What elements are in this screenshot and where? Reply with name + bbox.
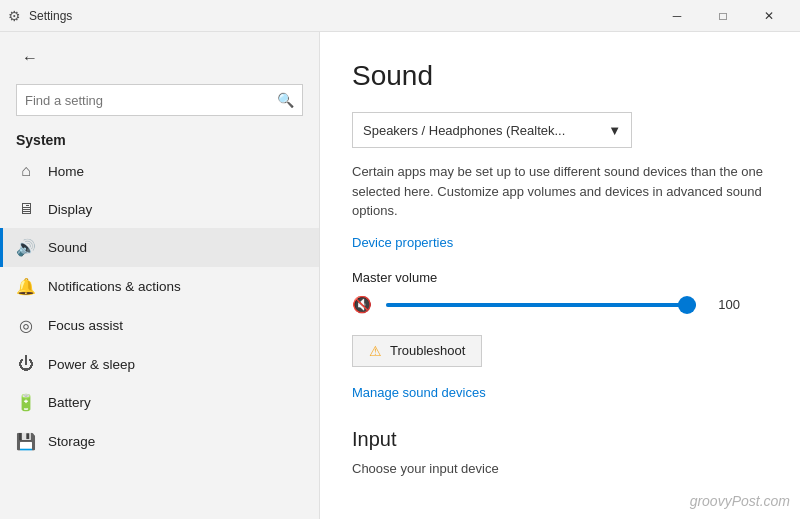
volume-slider[interactable]	[386, 295, 696, 315]
watermark: groovyPost.com	[690, 493, 790, 509]
back-button[interactable]: ←	[16, 44, 44, 72]
slider-track	[386, 303, 696, 307]
device-dropdown-label: Speakers / Headphones (Realtek...	[363, 123, 565, 138]
sidebar-item-label: Home	[48, 164, 84, 179]
battery-icon: 🔋	[16, 393, 36, 412]
description-text: Certain apps may be set up to use differ…	[352, 162, 768, 221]
slider-thumb	[678, 296, 696, 314]
title-bar: ⚙ Settings ─ □ ✕	[0, 0, 800, 32]
volume-value: 100	[708, 297, 740, 312]
maximize-button[interactable]: □	[700, 0, 746, 32]
settings-app-icon: ⚙	[8, 8, 21, 24]
page-title: Sound	[352, 60, 768, 92]
search-button[interactable]: 🔍	[277, 92, 294, 108]
sidebar-item-label: Notifications & actions	[48, 279, 181, 294]
device-dropdown[interactable]: Speakers / Headphones (Realtek... ▼	[352, 112, 632, 148]
sidebar-item-display[interactable]: 🖥 Display	[0, 190, 319, 228]
sidebar-item-focus[interactable]: ◎ Focus assist	[0, 306, 319, 345]
content-area: Sound Speakers / Headphones (Realtek... …	[320, 32, 800, 519]
troubleshoot-button[interactable]: ⚠ Troubleshoot	[352, 335, 482, 367]
window-controls: ─ □ ✕	[654, 0, 792, 32]
sound-icon: 🔊	[16, 238, 36, 257]
storage-icon: 💾	[16, 432, 36, 451]
nav-items: ⌂ Home 🖥 Display 🔊 Sound 🔔 Notifications…	[0, 152, 319, 461]
chevron-down-icon: ▼	[608, 123, 621, 138]
device-properties-link[interactable]: Device properties	[352, 235, 453, 250]
power-icon: ⏻	[16, 355, 36, 373]
volume-row: 🔇 100	[352, 295, 768, 315]
search-icon: 🔍	[277, 92, 294, 108]
sidebar-item-home[interactable]: ⌂ Home	[0, 152, 319, 190]
sidebar-item-battery[interactable]: 🔋 Battery	[0, 383, 319, 422]
search-input[interactable]	[25, 93, 277, 108]
choose-input-label: Choose your input device	[352, 461, 768, 476]
sidebar-item-label: Display	[48, 202, 92, 217]
troubleshoot-label: Troubleshoot	[390, 343, 465, 358]
mute-icon[interactable]: 🔇	[352, 295, 374, 314]
master-volume-label: Master volume	[352, 270, 768, 285]
slider-fill	[386, 303, 696, 307]
sidebar-item-sound[interactable]: 🔊 Sound	[0, 228, 319, 267]
sidebar-item-label: Focus assist	[48, 318, 123, 333]
focus-icon: ◎	[16, 316, 36, 335]
notifications-icon: 🔔	[16, 277, 36, 296]
input-section-title: Input	[352, 428, 768, 451]
sidebar-item-label: Power & sleep	[48, 357, 135, 372]
warning-icon: ⚠	[369, 343, 382, 359]
sidebar-item-storage[interactable]: 💾 Storage	[0, 422, 319, 461]
close-button[interactable]: ✕	[746, 0, 792, 32]
sidebar: ← 🔍 System ⌂ Home 🖥 Display 🔊 Sound 🔔 No…	[0, 32, 320, 519]
system-section-title: System	[0, 124, 319, 152]
sidebar-item-power[interactable]: ⏻ Power & sleep	[0, 345, 319, 383]
display-icon: 🖥	[16, 200, 36, 218]
app-body: ← 🔍 System ⌂ Home 🖥 Display 🔊 Sound 🔔 No…	[0, 32, 800, 519]
sidebar-item-label: Sound	[48, 240, 87, 255]
manage-sound-devices-link[interactable]: Manage sound devices	[352, 385, 486, 400]
minimize-button[interactable]: ─	[654, 0, 700, 32]
title-bar-title: Settings	[29, 9, 72, 23]
sidebar-top: ←	[0, 32, 319, 80]
search-box[interactable]: 🔍	[16, 84, 303, 116]
home-icon: ⌂	[16, 162, 36, 180]
sidebar-item-notifications[interactable]: 🔔 Notifications & actions	[0, 267, 319, 306]
sidebar-item-label: Battery	[48, 395, 91, 410]
sidebar-item-label: Storage	[48, 434, 95, 449]
